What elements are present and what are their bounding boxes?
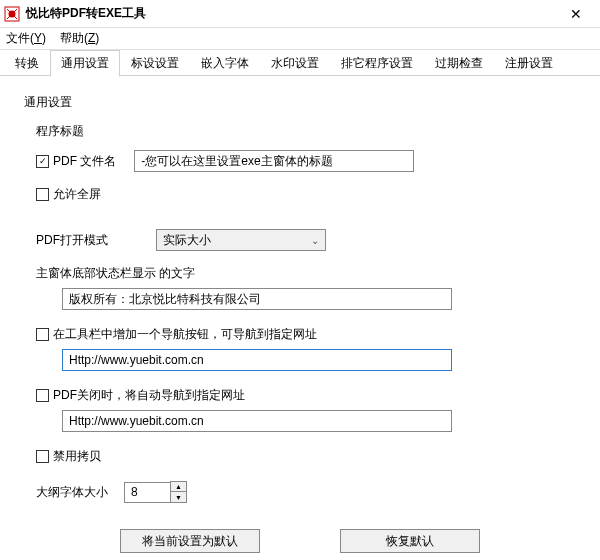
menu-help[interactable]: 帮助(Z) (60, 30, 99, 47)
tab-title-settings[interactable]: 标设设置 (120, 50, 190, 76)
tab-register[interactable]: 注册设置 (494, 50, 564, 76)
tab-bar: 转换 通用设置 标设设置 嵌入字体 水印设置 排它程序设置 过期检查 注册设置 (0, 50, 600, 76)
pdf-filename-checkbox[interactable] (36, 155, 49, 168)
toolbar-nav-url-input[interactable] (62, 349, 452, 371)
outline-fontsize-label: 大纲字体大小 (36, 484, 124, 501)
tab-watermark[interactable]: 水印设置 (260, 50, 330, 76)
menubar: 文件(Y) 帮助(Z) (0, 28, 600, 50)
window-title: 悦比特PDF转EXE工具 (26, 5, 556, 22)
group-label-general: 通用设置 (22, 92, 578, 119)
content-panel: 通用设置 程序标题 PDF 文件名 允许全屏 PDF打开模式 实际大小 ⌄ 主窗… (0, 76, 600, 560)
outline-fontsize-spinner: ▲ ▼ (124, 481, 187, 503)
app-icon (4, 6, 20, 22)
spinner-up-button[interactable]: ▲ (171, 482, 186, 492)
restore-default-button[interactable]: 恢复默认 (340, 529, 480, 553)
statusbar-text-label: 主窗体底部状态栏显示 的文字 (22, 265, 578, 282)
tab-expiry[interactable]: 过期检查 (424, 50, 494, 76)
outline-fontsize-input[interactable] (124, 482, 170, 503)
tab-convert[interactable]: 转换 (4, 50, 50, 76)
disable-copy-label: 禁用拷贝 (53, 448, 101, 465)
toolbar-nav-checkbox[interactable] (36, 328, 49, 341)
menu-file[interactable]: 文件(Y) (6, 30, 46, 47)
open-mode-label: PDF打开模式 (36, 232, 156, 249)
close-nav-checkbox[interactable] (36, 389, 49, 402)
window-title-input[interactable] (134, 150, 414, 172)
allow-fullscreen-label: 允许全屏 (53, 186, 101, 203)
triangle-down-icon: ▼ (175, 494, 182, 501)
statusbar-text-input[interactable] (62, 288, 452, 310)
close-nav-label: PDF关闭时，将自动导航到指定网址 (53, 387, 245, 404)
spinner-down-button[interactable]: ▼ (171, 492, 186, 502)
pdf-filename-label: PDF 文件名 (53, 153, 116, 170)
svg-point-1 (9, 10, 16, 17)
tab-embed-font[interactable]: 嵌入字体 (190, 50, 260, 76)
set-default-button[interactable]: 将当前设置为默认 (120, 529, 260, 553)
open-mode-value: 实际大小 (163, 232, 211, 249)
open-mode-select[interactable]: 实际大小 ⌄ (156, 229, 326, 251)
close-icon: ✕ (570, 6, 582, 22)
chevron-down-icon: ⌄ (311, 235, 319, 246)
tab-exclusive[interactable]: 排它程序设置 (330, 50, 424, 76)
program-title-label: 程序标题 (22, 119, 578, 150)
toolbar-nav-label: 在工具栏中增加一个导航按钮，可导航到指定网址 (53, 326, 317, 343)
tab-general-settings[interactable]: 通用设置 (50, 50, 120, 77)
disable-copy-checkbox[interactable] (36, 450, 49, 463)
close-nav-url-input[interactable] (62, 410, 452, 432)
close-button[interactable]: ✕ (556, 0, 596, 27)
allow-fullscreen-checkbox[interactable] (36, 188, 49, 201)
titlebar: 悦比特PDF转EXE工具 ✕ (0, 0, 600, 28)
triangle-up-icon: ▲ (175, 483, 182, 490)
